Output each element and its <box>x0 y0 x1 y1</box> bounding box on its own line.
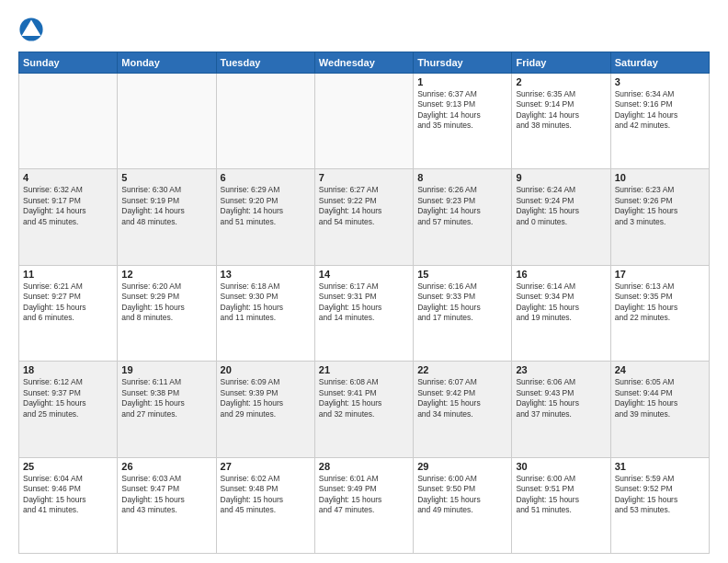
calendar-cell: 28Sunrise: 6:01 AM Sunset: 9:49 PM Dayli… <box>314 457 413 553</box>
day-info: Sunrise: 6:34 AM Sunset: 9:16 PM Dayligh… <box>615 89 705 132</box>
day-number: 6 <box>221 172 311 183</box>
day-info: Sunrise: 6:06 AM Sunset: 9:43 PM Dayligh… <box>516 377 606 419</box>
calendar-cell: 12Sunrise: 6:20 AM Sunset: 9:29 PM Dayli… <box>118 265 216 361</box>
day-info: Sunrise: 6:04 AM Sunset: 9:46 PM Dayligh… <box>23 474 113 516</box>
calendar-cell: 26Sunrise: 6:03 AM Sunset: 9:47 PM Dayli… <box>118 457 216 553</box>
calendar-cell: 19Sunrise: 6:11 AM Sunset: 9:38 PM Dayli… <box>118 362 216 457</box>
calendar-week-2: 11Sunrise: 6:21 AM Sunset: 9:27 PM Dayli… <box>19 265 710 361</box>
day-number: 3 <box>615 76 705 87</box>
day-info: Sunrise: 6:03 AM Sunset: 9:47 PM Dayligh… <box>121 474 211 516</box>
day-info: Sunrise: 6:24 AM Sunset: 9:24 PM Dayligh… <box>516 185 606 227</box>
calendar-cell: 8Sunrise: 6:26 AM Sunset: 9:23 PM Daylig… <box>414 169 512 265</box>
day-number: 16 <box>516 269 606 280</box>
day-number: 28 <box>319 461 409 472</box>
day-number: 20 <box>221 364 311 375</box>
day-info: Sunrise: 6:20 AM Sunset: 9:29 PM Dayligh… <box>121 282 211 324</box>
calendar-week-3: 18Sunrise: 6:12 AM Sunset: 9:37 PM Dayli… <box>19 362 710 457</box>
day-info: Sunrise: 6:27 AM Sunset: 9:22 PM Dayligh… <box>319 185 409 227</box>
day-number: 1 <box>417 76 507 87</box>
calendar-cell: 9Sunrise: 6:24 AM Sunset: 9:24 PM Daylig… <box>512 169 610 265</box>
day-info: Sunrise: 6:35 AM Sunset: 9:14 PM Dayligh… <box>516 89 606 132</box>
calendar-cell: 14Sunrise: 6:17 AM Sunset: 9:31 PM Dayli… <box>314 265 413 361</box>
day-info: Sunrise: 6:05 AM Sunset: 9:44 PM Dayligh… <box>615 377 705 419</box>
calendar-cell: 21Sunrise: 6:08 AM Sunset: 9:41 PM Dayli… <box>314 362 413 457</box>
calendar-week-0: 1Sunrise: 6:37 AM Sunset: 9:13 PM Daylig… <box>19 74 710 169</box>
logo-icon <box>18 17 44 42</box>
day-info: Sunrise: 6:32 AM Sunset: 9:17 PM Dayligh… <box>23 185 113 227</box>
calendar-cell: 15Sunrise: 6:16 AM Sunset: 9:33 PM Dayli… <box>414 265 512 361</box>
day-info: Sunrise: 6:21 AM Sunset: 9:27 PM Dayligh… <box>23 282 113 324</box>
day-info: Sunrise: 6:29 AM Sunset: 9:20 PM Dayligh… <box>221 185 311 227</box>
calendar-cell: 17Sunrise: 6:13 AM Sunset: 9:35 PM Dayli… <box>610 265 709 361</box>
day-info: Sunrise: 6:12 AM Sunset: 9:37 PM Dayligh… <box>23 377 113 419</box>
calendar-cell: 31Sunrise: 5:59 AM Sunset: 9:52 PM Dayli… <box>610 457 709 553</box>
day-info: Sunrise: 6:30 AM Sunset: 9:19 PM Dayligh… <box>121 185 211 227</box>
day-number: 2 <box>516 76 606 87</box>
day-number: 22 <box>417 364 507 375</box>
calendar-cell: 1Sunrise: 6:37 AM Sunset: 9:13 PM Daylig… <box>414 74 512 169</box>
day-info: Sunrise: 6:37 AM Sunset: 9:13 PM Dayligh… <box>417 89 507 132</box>
calendar-cell: 6Sunrise: 6:29 AM Sunset: 9:20 PM Daylig… <box>216 169 314 265</box>
day-info: Sunrise: 5:59 AM Sunset: 9:52 PM Dayligh… <box>615 474 705 516</box>
day-info: Sunrise: 6:02 AM Sunset: 9:48 PM Dayligh… <box>221 474 311 516</box>
day-number: 24 <box>615 364 705 375</box>
calendar-cell: 29Sunrise: 6:00 AM Sunset: 9:50 PM Dayli… <box>414 457 512 553</box>
day-number: 25 <box>23 461 113 472</box>
logo <box>18 17 48 42</box>
calendar-cell: 18Sunrise: 6:12 AM Sunset: 9:37 PM Dayli… <box>19 362 118 457</box>
day-number: 8 <box>417 172 507 183</box>
calendar-cell: 20Sunrise: 6:09 AM Sunset: 9:39 PM Dayli… <box>216 362 314 457</box>
day-number: 12 <box>121 269 211 280</box>
calendar-cell: 3Sunrise: 6:34 AM Sunset: 9:16 PM Daylig… <box>610 74 709 169</box>
calendar-header-sunday: Sunday <box>19 52 118 74</box>
calendar-cell: 13Sunrise: 6:18 AM Sunset: 9:30 PM Dayli… <box>216 265 314 361</box>
day-number: 9 <box>516 172 606 183</box>
calendar-week-1: 4Sunrise: 6:32 AM Sunset: 9:17 PM Daylig… <box>19 169 710 265</box>
day-info: Sunrise: 6:16 AM Sunset: 9:33 PM Dayligh… <box>417 282 507 324</box>
calendar-cell: 22Sunrise: 6:07 AM Sunset: 9:42 PM Dayli… <box>414 362 512 457</box>
calendar-header-friday: Friday <box>512 52 610 74</box>
calendar-header-wednesday: Wednesday <box>314 52 413 74</box>
day-number: 26 <box>121 461 211 472</box>
calendar-cell: 25Sunrise: 6:04 AM Sunset: 9:46 PM Dayli… <box>19 457 118 553</box>
day-number: 4 <box>23 172 113 183</box>
day-info: Sunrise: 6:00 AM Sunset: 9:50 PM Dayligh… <box>417 474 507 516</box>
day-number: 14 <box>319 269 409 280</box>
calendar-cell <box>216 74 314 169</box>
day-info: Sunrise: 6:26 AM Sunset: 9:23 PM Dayligh… <box>417 185 507 227</box>
calendar-header-monday: Monday <box>118 52 216 74</box>
calendar-header-tuesday: Tuesday <box>216 52 314 74</box>
day-number: 18 <box>23 364 113 375</box>
day-info: Sunrise: 6:14 AM Sunset: 9:34 PM Dayligh… <box>516 282 606 324</box>
calendar-cell: 16Sunrise: 6:14 AM Sunset: 9:34 PM Dayli… <box>512 265 610 361</box>
calendar-cell: 2Sunrise: 6:35 AM Sunset: 9:14 PM Daylig… <box>512 74 610 169</box>
day-info: Sunrise: 6:11 AM Sunset: 9:38 PM Dayligh… <box>121 377 211 419</box>
day-number: 29 <box>417 461 507 472</box>
calendar-cell: 24Sunrise: 6:05 AM Sunset: 9:44 PM Dayli… <box>610 362 709 457</box>
day-info: Sunrise: 6:18 AM Sunset: 9:30 PM Dayligh… <box>221 282 311 324</box>
calendar-cell: 23Sunrise: 6:06 AM Sunset: 9:43 PM Dayli… <box>512 362 610 457</box>
calendar-cell <box>118 74 216 169</box>
calendar-week-4: 25Sunrise: 6:04 AM Sunset: 9:46 PM Dayli… <box>19 457 710 553</box>
calendar-cell: 5Sunrise: 6:30 AM Sunset: 9:19 PM Daylig… <box>118 169 216 265</box>
calendar-header-saturday: Saturday <box>610 52 709 74</box>
day-info: Sunrise: 6:08 AM Sunset: 9:41 PM Dayligh… <box>319 377 409 419</box>
calendar-cell <box>19 74 118 169</box>
calendar-cell: 4Sunrise: 6:32 AM Sunset: 9:17 PM Daylig… <box>19 169 118 265</box>
svg-rect-2 <box>27 33 36 37</box>
day-number: 27 <box>221 461 311 472</box>
day-number: 23 <box>516 364 606 375</box>
calendar-cell: 27Sunrise: 6:02 AM Sunset: 9:48 PM Dayli… <box>216 457 314 553</box>
calendar: SundayMondayTuesdayWednesdayThursdayFrid… <box>18 52 710 554</box>
day-info: Sunrise: 6:09 AM Sunset: 9:39 PM Dayligh… <box>221 377 311 419</box>
day-number: 15 <box>417 269 507 280</box>
calendar-cell <box>314 74 413 169</box>
day-info: Sunrise: 6:13 AM Sunset: 9:35 PM Dayligh… <box>615 282 705 324</box>
calendar-cell: 7Sunrise: 6:27 AM Sunset: 9:22 PM Daylig… <box>314 169 413 265</box>
day-number: 31 <box>615 461 705 472</box>
calendar-cell: 11Sunrise: 6:21 AM Sunset: 9:27 PM Dayli… <box>19 265 118 361</box>
day-number: 17 <box>615 269 705 280</box>
day-info: Sunrise: 6:00 AM Sunset: 9:51 PM Dayligh… <box>516 474 606 516</box>
day-number: 5 <box>121 172 211 183</box>
day-info: Sunrise: 6:23 AM Sunset: 9:26 PM Dayligh… <box>615 185 705 227</box>
